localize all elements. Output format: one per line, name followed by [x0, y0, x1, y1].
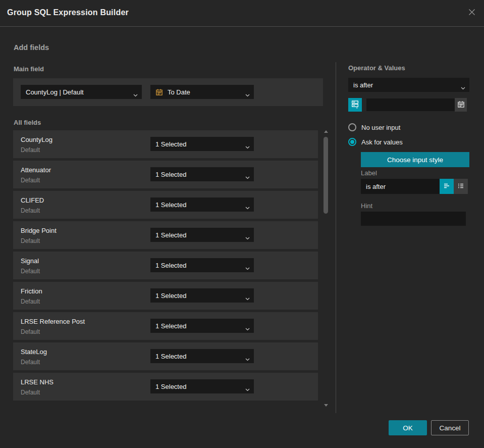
chevron-down-icon	[245, 143, 250, 151]
field-row: Signal Default 1 Selected	[13, 252, 318, 279]
field-default-label: Default	[21, 207, 40, 214]
date-picker-button[interactable]	[455, 98, 467, 112]
operator-dropdown-value: is after	[353, 81, 373, 89]
value-type-stack-icon	[351, 100, 359, 110]
field-default-label: Default	[21, 268, 40, 275]
choose-input-style-button[interactable]: Choose input style	[361, 152, 469, 167]
value-input[interactable]	[366, 98, 455, 111]
field-selection-dropdown[interactable]: 1 Selected	[150, 137, 254, 151]
field-selection-dropdown[interactable]: 1 Selected	[150, 258, 254, 272]
hint-field-label: Hint	[361, 202, 372, 210]
main-field-dropdown[interactable]: CountyLog | Default	[21, 85, 142, 99]
field-row: LRSE NHS Default 1 Selected	[13, 373, 318, 401]
field-default-label: Default	[21, 359, 40, 366]
field-selection-value: 1 Selected	[155, 262, 186, 269]
field-selection-dropdown[interactable]: 1 Selected	[150, 197, 254, 212]
chevron-down-icon	[245, 91, 250, 98]
field-name: Friction	[21, 287, 42, 295]
single-line-style-button[interactable]	[440, 179, 454, 194]
field-default-label: Default	[21, 389, 40, 396]
scroll-up-icon[interactable]	[324, 130, 328, 133]
all-fields-heading: All fields	[14, 119, 41, 126]
chevron-down-icon	[245, 294, 250, 302]
field-name: CLIFED	[21, 196, 44, 204]
chevron-down-icon	[245, 385, 250, 393]
add-fields-heading: Add fields	[14, 43, 49, 52]
field-row: LRSE Reference Post Default 1 Selected	[13, 312, 318, 340]
align-left-icon	[443, 182, 450, 191]
group-sql-expression-builder-dialog: Group SQL Expression Builder Add fields …	[0, 0, 484, 448]
field-name: LRSE Reference Post	[21, 318, 85, 325]
close-icon	[467, 8, 476, 19]
radio-no-user-input[interactable]: No user input	[348, 123, 400, 131]
panel-divider	[336, 62, 336, 413]
calendar-icon	[155, 88, 163, 96]
scroll-down-icon[interactable]	[324, 404, 328, 407]
field-default-label: Default	[21, 298, 40, 305]
field-row: CLIFED Default 1 Selected	[13, 191, 318, 219]
chevron-down-icon	[245, 264, 250, 272]
operator-values-heading: Operator & Values	[348, 64, 405, 72]
field-default-label: Default	[21, 328, 40, 335]
field-selection-value: 1 Selected	[155, 171, 186, 178]
radio-ask-for-values[interactable]: Ask for values	[348, 138, 403, 146]
ok-button[interactable]: OK	[389, 420, 427, 435]
list-scrollbar[interactable]	[324, 129, 329, 408]
dialog-header: Group SQL Expression Builder	[0, 0, 484, 27]
field-selection-value: 1 Selected	[155, 140, 186, 148]
main-field-date-dropdown[interactable]: To Date	[150, 85, 254, 99]
radio-ask-for-values-label: Ask for values	[361, 138, 403, 146]
all-fields-list: CountyLog Default 1 Selected Attenuator …	[13, 130, 318, 403]
field-row: Attenuator Default 1 Selected	[13, 161, 318, 188]
field-row: Friction Default 1 Selected	[13, 282, 318, 310]
close-button[interactable]	[466, 7, 478, 19]
operator-dropdown[interactable]: is after	[348, 78, 469, 92]
chevron-down-icon	[245, 355, 250, 363]
dialog-title: Group SQL Expression Builder	[7, 8, 129, 17]
chevron-down-icon	[245, 325, 250, 332]
field-selection-value: 1 Selected	[155, 353, 186, 360]
label-field-label: Label	[361, 169, 377, 177]
field-default-label: Default	[21, 146, 40, 154]
field-name: LRSE NHS	[21, 378, 53, 386]
field-default-label: Default	[21, 237, 40, 244]
field-selection-dropdown[interactable]: 1 Selected	[150, 288, 254, 303]
cancel-button[interactable]: Cancel	[431, 420, 469, 435]
field-selection-value: 1 Selected	[155, 231, 186, 239]
chevron-down-icon	[245, 204, 250, 211]
field-name: StateLog	[21, 348, 47, 356]
main-field-panel: CountyLog | Default To Date	[13, 78, 323, 106]
chevron-down-icon	[461, 84, 465, 91]
main-field-dropdown-value: CountyLog | Default	[26, 88, 84, 96]
list-style-button[interactable]	[454, 179, 468, 194]
field-selection-value: 1 Selected	[155, 292, 186, 300]
field-default-label: Default	[21, 177, 40, 184]
field-row: Bridge Point Default 1 Selected	[13, 221, 318, 249]
main-field-heading: Main field	[14, 65, 44, 73]
field-selection-dropdown[interactable]: 1 Selected	[150, 319, 254, 333]
radio-no-user-input-label: No user input	[361, 124, 400, 131]
hint-input[interactable]	[361, 212, 466, 226]
field-selection-dropdown[interactable]: 1 Selected	[150, 349, 254, 363]
field-row: CountyLog Default 1 Selected	[13, 130, 318, 158]
field-selection-dropdown[interactable]: 1 Selected	[150, 228, 254, 242]
field-name: Attenuator	[21, 166, 51, 174]
field-selection-dropdown[interactable]: 1 Selected	[150, 167, 254, 181]
value-type-toggle-button[interactable]	[348, 98, 362, 112]
list-icon	[457, 182, 464, 191]
scrollbar-thumb[interactable]	[324, 137, 328, 214]
field-name: Signal	[21, 257, 39, 265]
field-selection-dropdown[interactable]: 1 Selected	[150, 379, 254, 393]
calendar-icon	[457, 101, 465, 110]
field-selection-value: 1 Selected	[155, 322, 186, 330]
field-name: Bridge Point	[21, 227, 57, 234]
field-selection-value: 1 Selected	[155, 383, 186, 390]
radio-selected-icon	[348, 138, 356, 146]
label-input[interactable]	[361, 179, 440, 194]
main-field-date-dropdown-value: To Date	[168, 88, 190, 96]
field-selection-value: 1 Selected	[155, 201, 186, 209]
chevron-down-icon	[245, 234, 250, 241]
chevron-down-icon	[245, 173, 250, 181]
field-row: StateLog Default 1 Selected	[13, 342, 318, 370]
field-name: CountyLog	[21, 136, 52, 143]
